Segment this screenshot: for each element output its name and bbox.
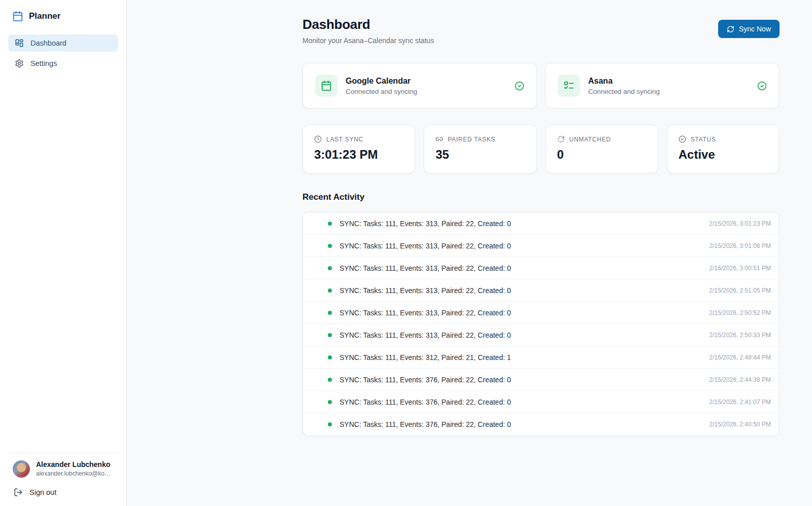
activity-list: SYNC: Tasks: 111, Events: 313, Paired: 2…	[302, 212, 780, 436]
link-icon	[435, 135, 443, 143]
activity-message: SYNC: Tasks: 111, Events: 376, Paired: 2…	[340, 420, 709, 428]
stat-value: 35	[435, 148, 525, 162]
activity-message: SYNC: Tasks: 111, Events: 312, Paired: 2…	[340, 353, 709, 362]
calendar-logo-icon	[12, 11, 23, 22]
page-header: Dashboard Monitor your Asana–Calendar sy…	[302, 17, 780, 45]
status-dot-icon	[328, 266, 332, 270]
sign-out-button[interactable]: Sign out	[8, 488, 118, 497]
check-circle-icon	[679, 135, 686, 143]
status-dot-icon	[328, 378, 332, 382]
gear-icon	[15, 59, 24, 68]
user-profile: Alexander Lubchenko alexander.lubchenko@…	[8, 460, 118, 478]
connection-name: Google Calendar	[346, 77, 506, 86]
activity-timestamp: 2/15/2026, 2:51:05 PM	[709, 287, 771, 294]
sidebar: Planner Dashboard Settings Alexande	[0, 0, 127, 506]
connection-status: Connected and syncing	[588, 88, 749, 95]
stat-label: PAIRED TASKS	[448, 136, 495, 143]
stat-label: UNMATCHED	[569, 136, 611, 143]
sidebar-item-dashboard[interactable]: Dashboard	[8, 34, 118, 52]
sidebar-footer: Alexander Lubchenko alexander.lubchenko@…	[8, 452, 118, 506]
sync-now-button[interactable]: Sync Now	[718, 20, 780, 38]
connection-status: Connected and syncing	[346, 88, 506, 95]
activity-timestamp: 2/15/2026, 2:50:33 PM	[709, 332, 771, 339]
connection-card-google-calendar: Google Calendar Connected and syncing	[302, 63, 537, 109]
broken-sync-icon	[557, 135, 565, 143]
checklist-icon	[558, 75, 580, 97]
refresh-icon	[727, 25, 734, 33]
stat-value: Active	[679, 148, 768, 162]
sign-out-label: Sign out	[29, 488, 56, 496]
sidebar-nav: Dashboard Settings	[0, 31, 126, 75]
activity-timestamp: 2/15/2026, 3:01:23 PM	[709, 220, 771, 227]
connection-meta: Asana Connected and syncing	[588, 77, 749, 95]
recent-activity-heading: Recent Activity	[302, 192, 780, 202]
connection-meta: Google Calendar Connected and syncing	[346, 77, 506, 95]
activity-message: SYNC: Tasks: 111, Events: 313, Paired: 2…	[340, 264, 709, 272]
activity-message: SYNC: Tasks: 111, Events: 313, Paired: 2…	[340, 220, 709, 228]
status-dot-icon	[328, 333, 332, 337]
stat-card-last-sync: LAST SYNC 3:01:23 PM	[302, 125, 415, 173]
stat-label-row: UNMATCHED	[557, 135, 647, 143]
sync-now-label: Sync Now	[739, 25, 771, 33]
app-logo: Planner	[0, 0, 126, 31]
activity-timestamp: 2/15/2026, 3:00:51 PM	[709, 265, 771, 272]
status-dot-icon	[328, 355, 332, 359]
activity-message: SYNC: Tasks: 111, Events: 313, Paired: 2…	[340, 309, 709, 317]
activity-row: SYNC: Tasks: 111, Events: 313, Paired: 2…	[303, 302, 779, 324]
user-meta: Alexander Lubchenko alexander.lubchenko@…	[36, 460, 111, 478]
activity-row: SYNC: Tasks: 111, Events: 313, Paired: 2…	[303, 257, 779, 279]
stat-value: 0	[557, 148, 647, 162]
stat-label-row: PAIRED TASKS	[435, 135, 525, 143]
page-header-text: Dashboard Monitor your Asana–Calendar sy…	[302, 17, 434, 45]
connection-card-asana: Asana Connected and syncing	[545, 63, 780, 109]
app-name: Planner	[29, 11, 60, 21]
user-email: alexander.lubchenko@ko…	[36, 469, 111, 478]
connection-cards: Google Calendar Connected and syncing As…	[302, 63, 780, 109]
stat-value: 3:01:23 PM	[314, 148, 403, 162]
check-circle-icon	[515, 81, 524, 91]
activity-timestamp: 2/15/2026, 2:44:38 PM	[709, 376, 771, 383]
activity-row: SYNC: Tasks: 111, Events: 376, Paired: 2…	[303, 369, 779, 391]
app-root: Planner Dashboard Settings Alexande	[0, 0, 812, 506]
clock-icon	[314, 135, 322, 143]
dashboard-grid-icon	[15, 39, 24, 48]
stat-card-status: STATUS Active	[667, 125, 780, 173]
stat-label-row: STATUS	[679, 135, 768, 143]
status-dot-icon	[328, 400, 332, 404]
calendar-icon	[315, 75, 337, 97]
logout-icon	[14, 488, 23, 497]
sidebar-item-label: Settings	[30, 59, 57, 67]
activity-message: SYNC: Tasks: 111, Events: 376, Paired: 2…	[340, 376, 709, 384]
stat-cards: LAST SYNC 3:01:23 PM PAIRED TASKS 35	[302, 125, 780, 173]
activity-row: SYNC: Tasks: 111, Events: 313, Paired: 2…	[303, 212, 779, 235]
activity-row: SYNC: Tasks: 111, Events: 313, Paired: 2…	[303, 279, 779, 302]
stat-label: LAST SYNC	[326, 136, 363, 143]
page-title: Dashboard	[302, 17, 434, 32]
user-name: Alexander Lubchenko	[36, 460, 111, 469]
status-dot-icon	[328, 311, 332, 315]
stat-label: STATUS	[691, 136, 716, 143]
content: Dashboard Monitor your Asana–Calendar sy…	[302, 0, 780, 436]
avatar	[13, 460, 30, 478]
activity-row: SYNC: Tasks: 111, Events: 313, Paired: 2…	[303, 235, 779, 257]
connection-name: Asana	[588, 77, 749, 86]
status-dot-icon	[328, 422, 332, 426]
check-circle-icon	[757, 81, 767, 91]
activity-row: SYNC: Tasks: 111, Events: 376, Paired: 2…	[303, 391, 779, 413]
status-dot-icon	[328, 222, 332, 226]
sidebar-item-settings[interactable]: Settings	[8, 55, 118, 72]
activity-message: SYNC: Tasks: 111, Events: 313, Paired: 2…	[340, 286, 709, 295]
status-dot-icon	[328, 244, 332, 248]
main-area: Dashboard Monitor your Asana–Calendar sy…	[127, 0, 812, 506]
activity-timestamp: 2/15/2026, 3:01:08 PM	[709, 242, 771, 249]
activity-message: SYNC: Tasks: 111, Events: 313, Paired: 2…	[340, 242, 709, 250]
stat-card-unmatched: UNMATCHED 0	[546, 125, 658, 173]
activity-row: SYNC: Tasks: 111, Events: 376, Paired: 2…	[303, 413, 779, 436]
activity-timestamp: 2/15/2026, 2:41:07 PM	[709, 399, 771, 406]
page-subtitle: Monitor your Asana–Calendar sync status	[302, 37, 434, 45]
activity-message: SYNC: Tasks: 111, Events: 376, Paired: 2…	[340, 398, 709, 406]
activity-timestamp: 2/15/2026, 2:50:52 PM	[709, 309, 771, 316]
activity-timestamp: 2/15/2026, 2:40:50 PM	[709, 421, 771, 428]
activity-row: SYNC: Tasks: 111, Events: 313, Paired: 2…	[303, 324, 779, 346]
sidebar-item-label: Dashboard	[30, 39, 66, 47]
